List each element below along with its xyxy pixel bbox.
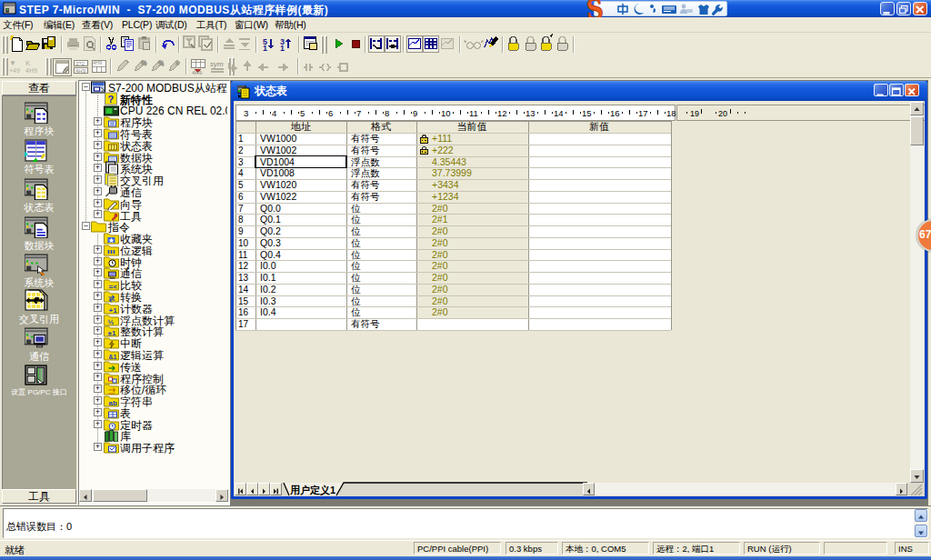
svg-text:I0.3: I0.3 bbox=[260, 295, 276, 306]
svg-text:20: 20 bbox=[718, 109, 727, 118]
svg-text:6: 6 bbox=[238, 192, 244, 202]
svg-text:4: 4 bbox=[272, 108, 276, 118]
svg-text:9: 9 bbox=[413, 108, 417, 118]
svg-text:+222: +222 bbox=[432, 145, 454, 155]
svg-text:I0.2: I0.2 bbox=[260, 284, 276, 295]
svg-text:8: 8 bbox=[238, 215, 244, 225]
svg-text:15: 15 bbox=[238, 296, 249, 306]
svg-text:位: 位 bbox=[351, 214, 361, 225]
svg-text:位: 位 bbox=[351, 249, 361, 260]
svg-text:17: 17 bbox=[638, 108, 648, 118]
svg-text:18: 18 bbox=[666, 108, 676, 118]
svg-text:VW1022: VW1022 bbox=[260, 191, 296, 202]
svg-text:位: 位 bbox=[351, 306, 361, 317]
svg-text:13: 13 bbox=[238, 273, 249, 283]
svg-text:+3434: +3434 bbox=[432, 179, 459, 190]
svg-text:7: 7 bbox=[238, 204, 244, 214]
svg-text:4.35443: 4.35443 bbox=[432, 156, 466, 167]
svg-text:2#1: 2#1 bbox=[432, 214, 448, 225]
svg-text:2#0: 2#0 bbox=[432, 237, 448, 248]
svg-text:1: 1 bbox=[263, 44, 267, 53]
svg-text:6: 6 bbox=[328, 108, 333, 118]
svg-text:19: 19 bbox=[690, 109, 699, 118]
svg-text:4H9: 4H9 bbox=[75, 68, 86, 74]
svg-text:3: 3 bbox=[244, 108, 248, 118]
svg-text:sym: sym bbox=[210, 60, 224, 68]
svg-text:位: 位 bbox=[351, 237, 361, 248]
svg-text:16: 16 bbox=[238, 307, 249, 317]
svg-text:8: 8 bbox=[385, 108, 389, 118]
svg-text:%: % bbox=[141, 60, 146, 66]
svg-text:12: 12 bbox=[238, 261, 249, 271]
svg-text:¾: ¾ bbox=[158, 60, 164, 66]
svg-text:17: 17 bbox=[238, 319, 249, 329]
svg-text:浮点数: 浮点数 bbox=[351, 167, 380, 178]
svg-text:Q0.4: Q0.4 bbox=[260, 249, 281, 260]
svg-text:4H9: 4H9 bbox=[25, 67, 37, 74]
svg-text:Q0.2: Q0.2 bbox=[260, 225, 281, 236]
svg-text:4: 4 bbox=[238, 168, 244, 178]
svg-text:+1234: +1234 bbox=[432, 191, 459, 202]
svg-text:2#0: 2#0 bbox=[432, 225, 448, 236]
svg-text:9: 9 bbox=[238, 226, 244, 236]
svg-text:浮点数: 浮点数 bbox=[351, 156, 380, 167]
svg-text:VD1004: VD1004 bbox=[260, 156, 295, 167]
svg-text:5: 5 bbox=[238, 180, 244, 190]
svg-text:位: 位 bbox=[351, 203, 361, 214]
svg-text:5: 5 bbox=[300, 108, 305, 118]
svg-text:+111: +111 bbox=[432, 133, 452, 144]
svg-text:K: K bbox=[25, 59, 31, 67]
svg-text:4H9: 4H9 bbox=[93, 60, 102, 65]
svg-text:7: 7 bbox=[356, 108, 361, 118]
svg-text:15: 15 bbox=[582, 108, 592, 118]
svg-text:有符号: 有符号 bbox=[351, 191, 380, 202]
svg-text:I0.1: I0.1 bbox=[260, 272, 276, 283]
svg-text:Q0.1: Q0.1 bbox=[260, 214, 281, 225]
svg-text:位: 位 bbox=[351, 295, 361, 306]
svg-text:VW1000: VW1000 bbox=[260, 133, 296, 144]
svg-text:当前值: 当前值 bbox=[457, 121, 487, 132]
svg-text:VW1020: VW1020 bbox=[260, 179, 296, 190]
svg-text:12: 12 bbox=[497, 108, 507, 118]
svg-text:16: 16 bbox=[610, 108, 620, 118]
svg-text:位: 位 bbox=[351, 260, 361, 271]
svg-text:11: 11 bbox=[469, 108, 478, 118]
svg-text:位: 位 bbox=[351, 272, 361, 283]
svg-text:10: 10 bbox=[441, 108, 451, 118]
svg-text:2: 2 bbox=[238, 145, 244, 155]
svg-text:2#0: 2#0 bbox=[432, 284, 448, 295]
svg-text:2#0: 2#0 bbox=[432, 306, 448, 317]
svg-text:2#0: 2#0 bbox=[432, 260, 448, 271]
svg-text:14: 14 bbox=[238, 285, 249, 295]
svg-text:+49: +49 bbox=[9, 67, 20, 74]
svg-text:Q0.3: Q0.3 bbox=[260, 237, 281, 248]
svg-text:I0.4: I0.4 bbox=[260, 306, 276, 317]
svg-text:13: 13 bbox=[526, 108, 536, 118]
svg-text:1: 1 bbox=[238, 134, 244, 144]
svg-text:10: 10 bbox=[238, 238, 249, 248]
svg-text:4H9: 4H9 bbox=[192, 70, 203, 75]
svg-text:有符号: 有符号 bbox=[351, 133, 380, 144]
svg-text:地址: 地址 bbox=[290, 121, 311, 132]
svg-text:有符号: 有符号 bbox=[351, 145, 380, 155]
svg-text:2#0: 2#0 bbox=[432, 249, 448, 260]
svg-text:有符号: 有符号 bbox=[351, 318, 380, 329]
svg-text:位: 位 bbox=[351, 225, 361, 236]
svg-text:2#0: 2#0 bbox=[432, 295, 448, 306]
svg-text:3?2: 3?2 bbox=[75, 61, 85, 66]
svg-text:有符号: 有符号 bbox=[351, 179, 380, 190]
svg-text:3: 3 bbox=[238, 157, 244, 167]
svg-text:VW1002: VW1002 bbox=[260, 145, 296, 155]
svg-text:▼: ▼ bbox=[9, 59, 16, 67]
svg-text:格式: 格式 bbox=[370, 121, 391, 132]
svg-text:新值: 新值 bbox=[589, 121, 609, 132]
svg-text:VD1008: VD1008 bbox=[260, 167, 295, 178]
svg-text:14: 14 bbox=[554, 108, 564, 118]
svg-text:2#0: 2#0 bbox=[432, 203, 448, 214]
svg-text:×: × bbox=[175, 60, 179, 66]
svg-text:11: 11 bbox=[238, 250, 248, 260]
svg-text:2#0: 2#0 bbox=[432, 272, 448, 283]
svg-text:位: 位 bbox=[351, 284, 361, 295]
svg-text:37.73999: 37.73999 bbox=[432, 167, 472, 178]
svg-text:1: 1 bbox=[280, 44, 285, 53]
